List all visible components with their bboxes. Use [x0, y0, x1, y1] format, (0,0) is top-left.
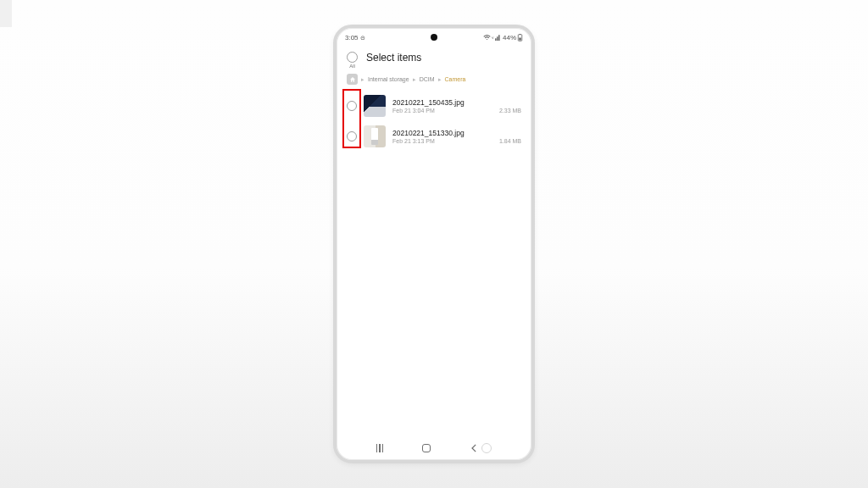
- breadcrumb-home-button[interactable]: [347, 74, 358, 85]
- breadcrumb-part[interactable]: DCIM: [420, 76, 435, 82]
- breadcrumb: ▸ Internal storage ▸ DCIM ▸ Camera: [337, 72, 531, 92]
- file-name: 20210221_151330.jpg: [392, 129, 521, 137]
- camera-cutout: [431, 34, 437, 41]
- svg-rect-1: [519, 37, 520, 40]
- file-date: Feb 21 3:13 PM: [392, 138, 435, 144]
- file-size: 2.33 MB: [499, 108, 521, 114]
- file-date: Feb 21 3:04 PM: [392, 108, 435, 114]
- nav-back-ring-icon: [481, 443, 492, 453]
- battery-icon: [517, 34, 523, 42]
- back-icon: [470, 444, 478, 452]
- file-name: 20210221_150435.jpg: [392, 98, 521, 107]
- page-title: Select items: [366, 52, 421, 64]
- home-icon: [349, 76, 356, 83]
- breadcrumb-current: Camera: [445, 76, 466, 82]
- item-checkbox[interactable]: [347, 101, 357, 111]
- volte-icon: ᵥ: [492, 34, 494, 41]
- system-nav-bar: [337, 436, 531, 460]
- breadcrumb-part[interactable]: Internal storage: [368, 76, 409, 82]
- chevron-right-icon: ▸: [361, 76, 364, 83]
- status-battery-text: 44%: [503, 34, 516, 42]
- status-right: ᵥ 44%: [483, 34, 523, 42]
- list-item[interactable]: 20210221_150435.jpg Feb 21 3:04 PM 2.33 …: [347, 92, 521, 122]
- volume-button: [534, 121, 535, 162]
- power-button: [534, 197, 535, 221]
- item-checkbox[interactable]: [347, 131, 357, 141]
- list-item[interactable]: 20210221_151330.jpg Feb 21 3:13 PM 1.84 …: [347, 122, 521, 152]
- signal-icon: [495, 34, 501, 41]
- select-all-control[interactable]: All: [347, 52, 358, 69]
- file-thumbnail: [364, 95, 386, 117]
- file-meta: 20210221_150435.jpg Feb 21 3:04 PM 2.33 …: [392, 98, 521, 114]
- wifi-icon: [483, 34, 491, 41]
- status-time-text: 3:05: [345, 34, 359, 42]
- file-size: 1.84 MB: [499, 138, 521, 144]
- select-all-label: All: [349, 64, 355, 69]
- file-thumbnail: [364, 125, 386, 147]
- chevron-right-icon: ▸: [438, 76, 442, 83]
- status-time: 3:05 ⊝: [345, 34, 365, 42]
- home-button[interactable]: [422, 444, 431, 452]
- phone-frame: 3:05 ⊝ ᵥ 44% All Select items ▸ Internal…: [333, 25, 535, 463]
- svg-rect-2: [520, 34, 521, 35]
- recents-button[interactable]: [376, 444, 383, 452]
- chevron-right-icon: ▸: [413, 76, 416, 83]
- file-meta: 20210221_151330.jpg Feb 21 3:13 PM 1.84 …: [392, 129, 521, 144]
- select-all-checkbox[interactable]: [347, 52, 358, 63]
- file-list: 20210221_150435.jpg Feb 21 3:04 PM 2.33 …: [337, 92, 531, 152]
- dnd-icon: ⊝: [360, 35, 365, 41]
- back-button[interactable]: [470, 443, 492, 453]
- selection-header: All Select items: [337, 47, 531, 72]
